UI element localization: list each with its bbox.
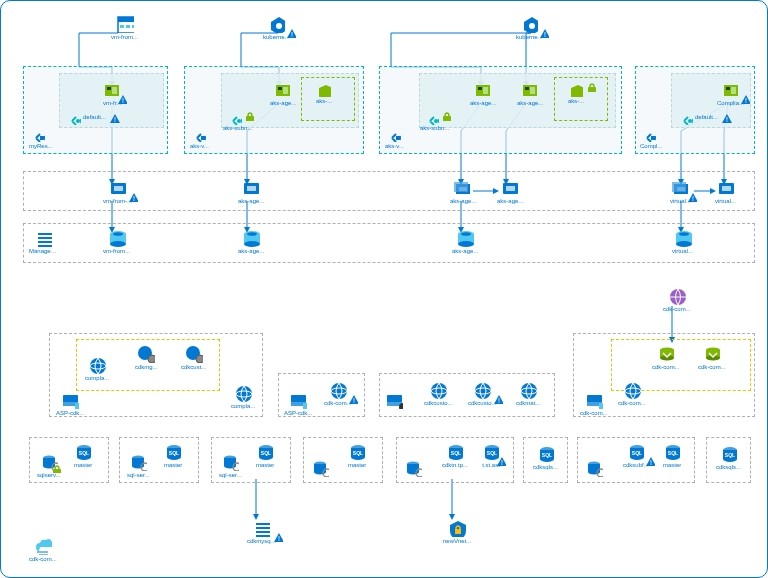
disk-4[interactable]: virtual...	[672, 229, 693, 254]
vnet-icon-3	[387, 128, 401, 142]
disk-1[interactable]: vm-from...	[103, 229, 130, 254]
warning-icon	[496, 456, 506, 466]
label: master	[663, 462, 681, 468]
sqlserver-6[interactable]	[585, 459, 603, 477]
traffic-manager[interactable]: cdk-com...	[663, 287, 691, 312]
subnet-icon-4	[679, 111, 693, 125]
subnet-label-1: default...	[83, 114, 106, 120]
vmss-2[interactable]: aks-age...	[238, 179, 264, 204]
label: master	[74, 462, 92, 468]
label: cdk-com...	[652, 364, 680, 370]
warning-icon	[348, 394, 358, 404]
asp-icon-1: ASP-cdk...	[56, 391, 84, 416]
vnet-label-2: aks-v...	[190, 143, 209, 149]
asp-icon-4: cdk-com...	[580, 391, 608, 416]
sqldb-single-2[interactable]: cdksqls...	[533, 445, 558, 470]
label: aks-age...	[238, 198, 264, 204]
aks-pool-2[interactable]: aks-age...	[470, 81, 496, 106]
subnet-icon-1	[67, 111, 81, 125]
webapp-cdkcusto-1[interactable]: cdkcusto...	[424, 381, 453, 406]
label: newVnet...	[443, 538, 471, 544]
warning-icon	[687, 192, 697, 202]
label: aks-age...	[450, 198, 476, 204]
subnet-label-2: aks-subn...	[223, 125, 252, 131]
label: vm-from...	[103, 248, 130, 254]
warning-icon	[286, 28, 296, 38]
warning-icon	[109, 113, 121, 125]
sqldb-single-1[interactable]: cdksqls...	[716, 445, 741, 470]
subnet-label-4: default...	[695, 114, 718, 120]
label: aks-age...	[270, 100, 296, 106]
webapp-cdkcusto-2[interactable]: cdkcusto...	[468, 381, 497, 406]
nsg-2[interactable]: aks-...	[568, 83, 584, 104]
webjob-cdkcust[interactable]: cdkcust...	[181, 345, 206, 370]
vmss-3[interactable]: aks-age...	[450, 179, 476, 204]
label: sql-ser...	[219, 472, 242, 478]
aks-node-1[interactable]: kuberne...	[263, 15, 290, 40]
sqldb-2[interactable]: master	[164, 443, 182, 468]
label: master	[164, 462, 182, 468]
vm-complia[interactable]: Complia...	[717, 81, 744, 106]
disk-2[interactable]: aks-age...	[238, 229, 264, 254]
nsg-1[interactable]: aks-...	[316, 83, 332, 104]
vnet-icon-1	[31, 128, 45, 142]
sqldb-1[interactable]: master	[74, 443, 92, 468]
vm-1[interactable]: vm-fr...	[103, 81, 121, 106]
app-service-environment[interactable]: cdk-com...	[29, 537, 57, 562]
warning-icon	[273, 532, 283, 542]
sqlserver-3[interactable]: sql-ser...	[219, 453, 242, 478]
vnet-label-4: Compl...	[640, 143, 662, 149]
webapp-cdkmat[interactable]: cdkmat...	[516, 381, 540, 406]
vmss-4[interactable]: aks-age...	[497, 179, 523, 204]
firewall-icon[interactable]: newVnet...	[443, 519, 471, 544]
sqldb-5b[interactable]: t.st.ast	[482, 443, 500, 468]
vmss-6[interactable]: virtual...	[715, 179, 736, 204]
webjob-cdkmg[interactable]: cdkmg...	[135, 345, 158, 370]
managed-disk-group-icon: Managed...	[29, 229, 59, 254]
asp-linux-icon	[385, 391, 403, 409]
label: master	[256, 462, 274, 468]
label: cdk-com...	[698, 364, 726, 370]
cache-1[interactable]: cdk-com...	[652, 345, 680, 370]
label: aks-age...	[497, 198, 523, 204]
label: compla...	[231, 403, 255, 409]
aks-pool-3[interactable]: aks-age...	[517, 81, 543, 106]
sqldb-5a[interactable]: cdktn.tp...	[442, 443, 468, 468]
webapp-cdkcom-1[interactable]: cdk-com...	[324, 381, 352, 406]
vmss-5[interactable]: virtual...	[670, 179, 691, 204]
label: Managed...	[29, 248, 59, 254]
label: cdkcusto...	[424, 400, 453, 406]
sqlserver-2[interactable]: sql-ser...	[127, 453, 150, 478]
label: cdk-com...	[663, 306, 691, 312]
label: vm-from...	[111, 34, 138, 40]
warning-icon	[117, 94, 127, 104]
disk-group	[23, 223, 755, 263]
vm-window-1[interactable]: vm-from...	[111, 15, 138, 40]
aks-node-2[interactable]: kuberne...	[516, 15, 543, 40]
disk-3[interactable]: aks-age...	[452, 229, 478, 254]
label: aks-...	[316, 98, 332, 104]
subnet-icon-2	[228, 111, 242, 125]
label: sql-ser...	[127, 472, 150, 478]
sqldb-4[interactable]: master	[348, 443, 366, 468]
label: cdkmat...	[516, 400, 540, 406]
sqldb-6a[interactable]: cdksubf...	[623, 443, 649, 468]
vnet-label-1: myRes...	[29, 143, 53, 149]
label: aks-age...	[517, 100, 543, 106]
warning-icon	[645, 456, 655, 466]
warning-icon	[128, 192, 138, 202]
label: aks-age...	[238, 248, 264, 254]
aks-pool-1[interactable]: aks-age...	[270, 81, 296, 106]
cache-2[interactable]: cdk-com...	[698, 345, 726, 370]
webapp-compla-2[interactable]: compla...	[231, 384, 255, 409]
vmss-1[interactable]: vm-from-...	[103, 179, 132, 204]
sqldb-6b[interactable]: master	[663, 443, 681, 468]
sqlserver-1[interactable]: sqlserv...	[37, 453, 61, 478]
sqldb-3[interactable]: master	[256, 443, 274, 468]
sqlserver-4[interactable]	[311, 459, 329, 477]
mysql-server[interactable]: cdkmysqo...	[247, 519, 277, 544]
warning-icon	[539, 28, 549, 38]
sqlserver-5[interactable]	[404, 459, 422, 477]
webapp-compla[interactable]: compla...	[85, 356, 109, 381]
webapp-cdkcom-2[interactable]: cdk-com...	[618, 381, 646, 406]
